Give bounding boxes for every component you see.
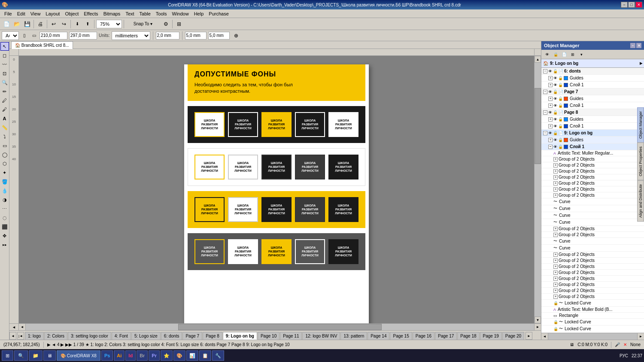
- obj-rect1[interactable]: ▭ Rectangle: [541, 313, 644, 319]
- tab-align-distribute[interactable]: Align and Distribute: [637, 180, 644, 222]
- tab-colors[interactable]: 2: Colors: [44, 332, 67, 340]
- layer1-p7-row[interactable]: + 👁 🔓 Слой 1: [541, 102, 644, 109]
- menu-effects[interactable]: Effects: [81, 10, 100, 17]
- tab-page15[interactable]: Page 15: [390, 332, 412, 340]
- hscroll-thumb[interactable]: [178, 324, 382, 330]
- obj-group9[interactable]: + Group of 2 Objects: [541, 232, 644, 238]
- expand-g7[interactable]: +: [553, 193, 558, 198]
- obj-artistic-text[interactable]: A Artistic Text: Muller Regular...: [541, 150, 644, 156]
- pen-tool[interactable]: 🖊: [0, 96, 9, 105]
- transparency-tool[interactable]: ◌: [0, 213, 9, 222]
- color-dropper[interactable]: 💧: [0, 186, 9, 195]
- start-button[interactable]: ⊞: [2, 350, 13, 361]
- redo-btn[interactable]: ↪: [59, 19, 69, 29]
- expand-guides-p8[interactable]: +: [548, 117, 553, 122]
- page7-row[interactable]: − 👁 🔓 📄 Page 7: [541, 88, 644, 95]
- page-width-input[interactable]: [39, 32, 67, 40]
- obj-group16[interactable]: + Group of 2 Objects: [541, 288, 644, 294]
- menu-tools[interactable]: Tools: [153, 10, 170, 17]
- expand-g10[interactable]: +: [553, 252, 558, 257]
- tab-page14[interactable]: Page 14: [368, 332, 389, 340]
- panel-scroll-right[interactable]: ►: [637, 333, 644, 340]
- panel-minimize[interactable]: −: [630, 43, 635, 48]
- obj-group4[interactable]: + Group of 2 Objects: [541, 174, 644, 180]
- expand-g2[interactable]: +: [553, 163, 558, 167]
- move-tool[interactable]: ✥: [0, 231, 9, 240]
- layer1-p8-row[interactable]: + 👁 🔓 Слой 1: [541, 123, 644, 130]
- obj-locked-curve1[interactable]: 🔒 〜 Locked Curve: [541, 300, 644, 307]
- zoom-tool[interactable]: 🔍: [0, 78, 9, 87]
- tab-object-manager[interactable]: Object Manager: [637, 107, 644, 143]
- menu-help[interactable]: Help: [191, 10, 207, 17]
- obj-group12[interactable]: + Group of 2 Objects: [541, 264, 644, 270]
- taskbar-ai[interactable]: Ai: [114, 350, 125, 361]
- star-tool[interactable]: ✦: [0, 168, 9, 177]
- obj-group2[interactable]: + Group of 2 Objects: [541, 162, 644, 168]
- y-size-input[interactable]: [208, 32, 230, 40]
- tab-donts[interactable]: 6: donts: [161, 332, 182, 340]
- tab-page7[interactable]: Page 7: [182, 332, 202, 340]
- page-tab-next[interactable]: ►: [526, 332, 532, 340]
- canvas-scroll[interactable]: ДОПУСТИМЫЕ ФОНЫ Необходимо следить за те…: [19, 56, 534, 323]
- obj-group15[interactable]: + Group of 2 Objects: [541, 282, 644, 288]
- obj-curve5[interactable]: 〜 Curve: [541, 238, 644, 245]
- taskbar-extra3[interactable]: 📊: [186, 350, 198, 361]
- shadow-tool[interactable]: ◑: [0, 195, 9, 204]
- taskbar-monitor[interactable]: 🖥: [43, 350, 56, 361]
- menu-layout[interactable]: Layout: [43, 10, 62, 17]
- page9-row[interactable]: − 👁 🔓 📄 9: Logo on bg: [541, 130, 644, 137]
- undo-btn[interactable]: ↩: [49, 19, 58, 29]
- expand-guides-d[interactable]: +: [548, 76, 553, 80]
- import-btn[interactable]: ⬇: [73, 19, 82, 29]
- tab-setting[interactable]: 3: setting logo color: [68, 332, 111, 340]
- menu-bitmaps[interactable]: Bitmaps: [101, 10, 123, 17]
- tab-logo[interactable]: 1: logo: [25, 332, 44, 340]
- expand-g12[interactable]: +: [553, 265, 558, 269]
- open-btn[interactable]: 📂: [12, 19, 21, 29]
- page8-row[interactable]: − 👁 🔓 📄 Page 8: [541, 109, 644, 116]
- menu-object[interactable]: Object: [62, 10, 81, 17]
- new-btn[interactable]: 📄: [2, 19, 11, 29]
- obj-curve4[interactable]: 〜 Curve: [541, 219, 644, 226]
- expand-g15[interactable]: +: [553, 283, 558, 287]
- expand-g6[interactable]: +: [553, 187, 558, 192]
- page-donts-row[interactable]: − 👁 🔓 📄 6: donts: [541, 68, 644, 75]
- connector-tool[interactable]: ⤵: [0, 132, 9, 141]
- panel-tree[interactable]: − 👁 🔓 📄 6: donts + 👁 🔓 Guides + 👁 🔓 Слой…: [541, 68, 644, 333]
- settings-btn[interactable]: ⚙: [161, 19, 170, 29]
- minimize-btn[interactable]: −: [621, 2, 628, 8]
- shape-tool[interactable]: ◻: [0, 51, 9, 60]
- obj-group3[interactable]: + Group of 2 Objects: [541, 168, 644, 174]
- rect-tool[interactable]: ▭: [0, 141, 9, 150]
- view-btn[interactable]: ⊞: [174, 19, 184, 29]
- expand-g14[interactable]: +: [553, 277, 558, 281]
- expand-p9[interactable]: −: [543, 131, 547, 135]
- expand-l1-d[interactable]: +: [548, 83, 553, 87]
- hscroll-left[interactable]: ◄: [19, 324, 26, 330]
- freehand-tool[interactable]: ✏: [0, 87, 9, 96]
- obj-group17[interactable]: + Group of 2 Objects: [541, 294, 644, 300]
- export-btn[interactable]: ⬆: [83, 19, 92, 29]
- units-dropdown[interactable]: millimeters: [112, 31, 150, 40]
- vscroll-thumb[interactable]: [535, 88, 541, 164]
- ellipse-tool[interactable]: ◯: [0, 150, 9, 159]
- taskbar-doc[interactable]: 🎨 CorelDRAW X8: [57, 350, 100, 361]
- close-btn[interactable]: ✕: [635, 2, 642, 8]
- page-tab-prev[interactable]: ◄: [9, 332, 16, 340]
- hscroll-right[interactable]: ►: [534, 324, 541, 330]
- expand-l1-p8[interactable]: +: [548, 124, 553, 128]
- expand-guides-p9[interactable]: +: [548, 138, 553, 142]
- zoom-dropdown[interactable]: 75% 50% 100% 150%: [96, 20, 122, 28]
- expand-g16[interactable]: +: [553, 289, 558, 293]
- tab-page8[interactable]: Page 8: [203, 332, 222, 340]
- vscroll-down[interactable]: ▼: [535, 316, 541, 323]
- polygon-tool[interactable]: ⬡: [0, 159, 9, 168]
- nudge-input[interactable]: [156, 32, 179, 40]
- expand-g4[interactable]: +: [553, 175, 558, 179]
- obj-curve3[interactable]: 〜 Curve: [541, 212, 644, 219]
- menu-table[interactable]: Table: [137, 10, 153, 17]
- tab-page17[interactable]: Page 17: [435, 332, 457, 340]
- x-size-input[interactable]: [185, 32, 207, 40]
- tab-pattern[interactable]: 13: pattern: [340, 332, 367, 340]
- expand-p7[interactable]: −: [543, 90, 547, 94]
